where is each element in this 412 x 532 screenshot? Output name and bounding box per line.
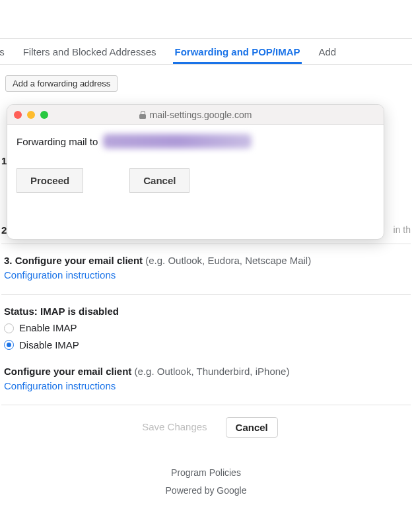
tab-accounts[interactable]: ounts bbox=[0, 40, 6, 64]
radio-icon bbox=[4, 323, 14, 333]
forwarding-confirm-popup: mail-settings.google.com Forwarding mail… bbox=[7, 104, 384, 240]
add-forwarding-address-button[interactable]: Add a forwarding address bbox=[5, 75, 118, 92]
section3-subtitle: (e.g. Outlook, Eudora, Netscape Mail) bbox=[143, 255, 311, 266]
enable-imap-radio[interactable]: Enable IMAP bbox=[4, 321, 408, 335]
popup-cancel-button[interactable]: Cancel bbox=[129, 168, 189, 193]
configuration-instructions-link-pop[interactable]: Configuration instructions bbox=[4, 268, 408, 283]
imap-client-title: Configure your email client bbox=[4, 366, 131, 377]
cancel-button[interactable]: Cancel bbox=[226, 417, 278, 438]
save-changes-button: Save Changes bbox=[134, 417, 215, 438]
disable-imap-label: Disable IMAP bbox=[19, 338, 79, 352]
tab-forwarding[interactable]: Forwarding and POP/IMAP bbox=[173, 40, 301, 64]
tab-addons[interactable]: Add bbox=[318, 40, 338, 64]
settings-tabs: ounts Filters and Blocked Addresses Forw… bbox=[0, 38, 412, 65]
minimize-icon[interactable] bbox=[27, 111, 35, 119]
program-policies-link[interactable]: Program Policies bbox=[1, 464, 411, 482]
redacted-email bbox=[103, 134, 252, 149]
popup-titlebar: mail-settings.google.com bbox=[7, 105, 384, 125]
close-icon[interactable] bbox=[14, 111, 22, 119]
tab-filters[interactable]: Filters and Blocked Addresses bbox=[22, 40, 158, 64]
popup-host: mail-settings.google.com bbox=[150, 110, 252, 120]
disable-imap-radio[interactable]: Disable IMAP bbox=[4, 338, 408, 352]
configuration-instructions-link-imap[interactable]: Configuration instructions bbox=[4, 379, 408, 393]
zoom-icon[interactable] bbox=[40, 111, 48, 119]
imap-status-label: Status: bbox=[4, 306, 40, 317]
enable-imap-label: Enable IMAP bbox=[19, 321, 77, 335]
proceed-button[interactable]: Proceed bbox=[17, 168, 83, 193]
section3-number: 3. bbox=[4, 255, 15, 266]
section3-title: Configure your email client bbox=[15, 255, 143, 266]
lock-icon bbox=[139, 111, 146, 119]
imap-client-subtitle: (e.g. Outlook, Thunderbird, iPhone) bbox=[131, 366, 289, 377]
imap-status-value: IMAP is disabled bbox=[40, 306, 119, 317]
forwarding-message: Forwarding mail to bbox=[17, 136, 98, 147]
truncated-text: in th bbox=[394, 224, 411, 235]
radio-icon bbox=[4, 340, 14, 350]
powered-by-google: Powered by Google bbox=[1, 482, 411, 500]
